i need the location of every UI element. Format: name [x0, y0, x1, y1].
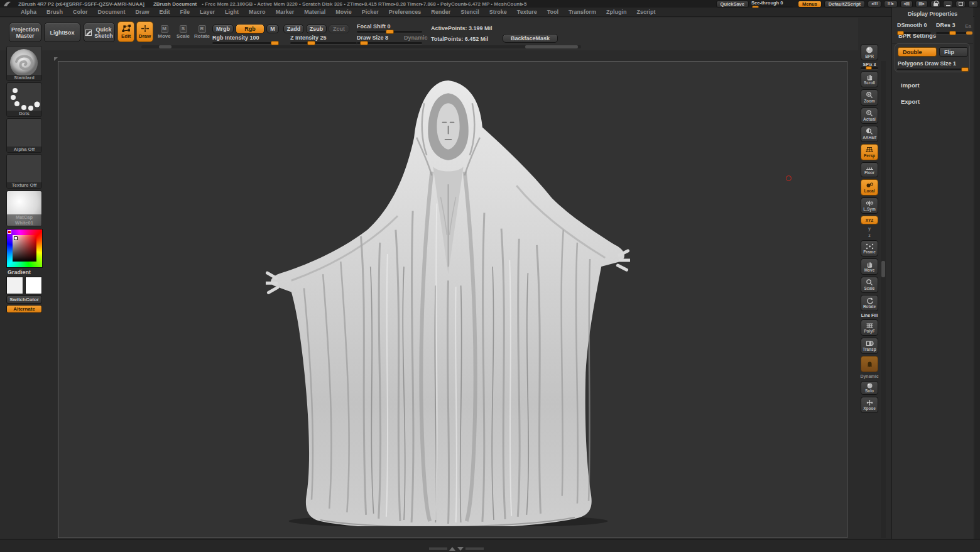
copy-config-button[interactable]: ◂▤: [900, 1, 913, 8]
menu-item-texture[interactable]: Texture: [513, 9, 542, 15]
material-thumbnail[interactable]: MatCap White01: [6, 190, 42, 226]
texture-thumbnail[interactable]: Texture Off: [6, 154, 42, 189]
sv-selector[interactable]: [14, 236, 18, 240]
menus-toggle-button[interactable]: Menus: [798, 1, 822, 8]
menu-item-zscript[interactable]: Zscript: [633, 9, 660, 15]
zadd-button[interactable]: Zadd: [283, 25, 304, 33]
dres-handle[interactable]: [949, 31, 956, 35]
transp-button[interactable]: Transp: [861, 338, 878, 354]
menu-item-zplugin[interactable]: Zplugin: [602, 9, 631, 15]
draw-mode-button[interactable]: Draw: [136, 21, 153, 42]
ui-nav-next-button[interactable]: !!!▸: [884, 1, 898, 8]
menu-item-alpha[interactable]: Alpha: [16, 9, 41, 15]
zoom-button[interactable]: Zoom: [861, 89, 878, 106]
secondary-color-swatch[interactable]: [25, 277, 42, 294]
dsmooth-handle[interactable]: [897, 31, 904, 35]
menu-item-movie[interactable]: Movie: [331, 9, 356, 15]
double-button[interactable]: Double: [898, 47, 937, 57]
canvas-scale-button[interactable]: Scale: [861, 277, 878, 293]
rotate-mode-button[interactable]: R Rotate: [193, 21, 210, 42]
display-properties-header[interactable]: Display Properties: [892, 8, 973, 21]
ui-nav-prev-button[interactable]: ◂!!!: [868, 1, 881, 8]
persp-button[interactable]: Persp: [861, 144, 878, 160]
quick-sketch-button[interactable]: Quick Sketch: [84, 23, 115, 42]
menu-item-light[interactable]: Light: [220, 9, 243, 15]
edit-mode-button[interactable]: Edit: [117, 21, 134, 42]
sym-xyz-button[interactable]: XYZ: [861, 216, 878, 224]
spix-slider[interactable]: SPix 3: [861, 62, 878, 69]
z-intensity-handle[interactable]: [307, 41, 315, 45]
menu-item-draw[interactable]: Draw: [131, 9, 154, 15]
mrgb-button[interactable]: Mrgb: [212, 25, 234, 33]
document-canvas[interactable]: [58, 61, 847, 538]
local-button[interactable]: Local: [861, 179, 878, 196]
canvas-move-button[interactable]: Move: [861, 258, 878, 275]
draw-size-slider[interactable]: [357, 42, 422, 44]
close-button[interactable]: ✕: [968, 1, 978, 8]
switch-color-button[interactable]: SwitchColor: [6, 295, 42, 304]
export-section[interactable]: Export: [892, 93, 973, 109]
alternate-button[interactable]: Alternate: [6, 305, 42, 313]
menu-item-marker[interactable]: Marker: [271, 9, 299, 15]
polyframe-button[interactable]: PolyF: [861, 319, 878, 336]
menu-item-brush[interactable]: Brush: [42, 9, 67, 15]
menu-item-preferences[interactable]: Preferences: [384, 9, 426, 15]
frame-button[interactable]: Frame: [861, 240, 878, 257]
divider-grip[interactable]: [881, 261, 885, 277]
lock-button[interactable]: [930, 1, 940, 8]
xpose-button[interactable]: Xpose: [861, 397, 878, 413]
color-picker[interactable]: [6, 229, 43, 268]
sym-y-toggle[interactable]: y: [868, 226, 871, 231]
menu-item-stencil[interactable]: Stencil: [456, 9, 484, 15]
menu-item-file[interactable]: File: [176, 9, 195, 15]
see-through-slider[interactable]: See-through 0: [751, 0, 795, 8]
menu-item-tool[interactable]: Tool: [543, 9, 563, 15]
menu-item-document[interactable]: Document: [94, 9, 130, 15]
z-intensity-slider[interactable]: [290, 42, 357, 44]
dsmooth-slider[interactable]: DSmooth 0: [897, 22, 931, 34]
hue-selector[interactable]: [8, 230, 11, 234]
panel-scrollbar[interactable]: [974, 8, 980, 552]
lsym-button[interactable]: L.Sym: [861, 197, 878, 214]
actual-size-button[interactable]: Actual: [861, 108, 878, 124]
move-mode-button[interactable]: M Move: [156, 21, 173, 42]
aahalf-button[interactable]: AAHalf: [861, 126, 878, 142]
rgb-button[interactable]: Rgb: [236, 24, 264, 34]
main-color-swatch[interactable]: [6, 277, 23, 294]
bottom-tray-divider[interactable]: [429, 547, 484, 551]
shelf-scrollbar[interactable]: [141, 45, 581, 48]
menu-item-stroke[interactable]: Stroke: [485, 9, 511, 15]
minimize-button[interactable]: [943, 1, 953, 8]
draw-size-handle[interactable]: [360, 41, 368, 45]
zsub-button[interactable]: Zsub: [306, 25, 327, 33]
menu-item-macro[interactable]: Macro: [244, 9, 270, 15]
menu-item-material[interactable]: Material: [300, 9, 330, 15]
focal-shift-handle[interactable]: [386, 30, 394, 34]
default-zscript-button[interactable]: DefaultZScript: [824, 1, 865, 8]
focal-shift-slider[interactable]: [357, 31, 422, 33]
right-tray-divider[interactable]: [881, 61, 886, 538]
sym-z-toggle[interactable]: z: [868, 233, 871, 238]
polygons-draw-size-handle[interactable]: [961, 67, 969, 72]
rgb-intensity-slider[interactable]: [212, 42, 279, 44]
current-brush-thumbnail[interactable]: Standard: [6, 46, 42, 81]
m-button[interactable]: M: [266, 25, 279, 33]
shelf-scroll-grip[interactable]: [159, 45, 172, 48]
collapse-down-icon[interactable]: [457, 547, 464, 551]
scroll-button[interactable]: Scroll: [861, 71, 878, 87]
floor-button[interactable]: Floor: [861, 162, 878, 177]
zcut-button[interactable]: Zcut: [329, 25, 349, 33]
menu-item-color[interactable]: Color: [68, 9, 92, 15]
polygons-draw-size-slider[interactable]: [897, 69, 969, 70]
projection-master-button[interactable]: Projection Master: [9, 23, 41, 42]
scale-mode-button[interactable]: S Scale: [175, 21, 192, 42]
expand-up-icon[interactable]: [449, 547, 455, 551]
backface-mask-button[interactable]: BackfaceMask: [503, 34, 558, 43]
restore-button[interactable]: [956, 1, 966, 8]
rgb-intensity-handle[interactable]: [271, 41, 279, 45]
flip-button[interactable]: Flip: [939, 47, 968, 57]
menu-item-layer[interactable]: Layer: [195, 9, 219, 15]
quicksave-button[interactable]: QuickSave: [716, 1, 749, 8]
spix-handle[interactable]: [866, 66, 872, 70]
paste-config-button[interactable]: ▤▸: [915, 1, 928, 8]
